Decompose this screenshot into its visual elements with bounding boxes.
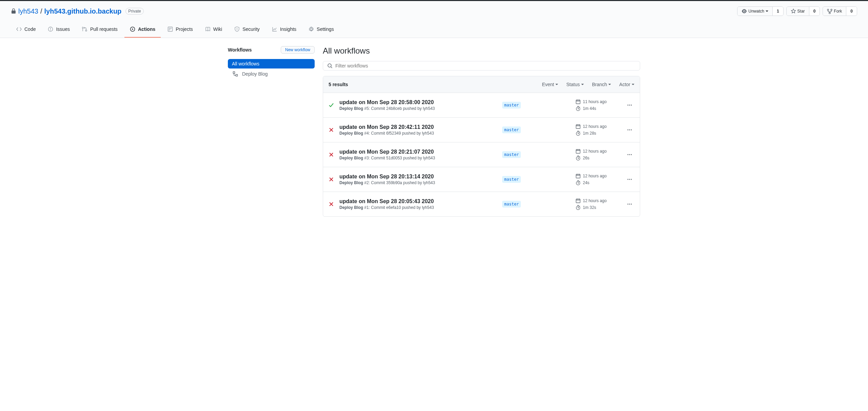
workflow-run-row[interactable]: update on Mon Sep 28 20:13:14 2020 Deplo… <box>323 167 640 192</box>
search-box[interactable] <box>323 61 640 71</box>
stopwatch-icon <box>575 106 581 111</box>
tab-settings[interactable]: Settings <box>303 21 339 38</box>
run-duration: 1m 32s <box>575 204 619 211</box>
fork-label: Fork <box>834 8 842 15</box>
sidebar-workflow-item[interactable]: Deploy Blog <box>228 69 315 79</box>
new-workflow-button[interactable]: New workflow <box>281 46 315 54</box>
status-fail-icon <box>329 177 334 182</box>
status-fail-icon <box>329 127 334 133</box>
star-button[interactable]: Star 0 <box>786 6 820 16</box>
path-separator: / <box>40 7 42 15</box>
lock-icon <box>11 8 16 14</box>
filter-status[interactable]: Status <box>566 82 584 87</box>
caret-down-icon <box>555 84 558 86</box>
run-timestamp: 12 hours ago <box>575 148 619 155</box>
tab-projects[interactable]: Projects <box>162 21 198 38</box>
run-duration: 1m 28s <box>575 130 619 137</box>
run-title[interactable]: update on Mon Sep 28 20:05:43 2020 <box>339 198 497 204</box>
watch-count[interactable]: 1 <box>772 7 783 16</box>
run-menu-button[interactable] <box>625 152 634 157</box>
project-icon <box>167 26 173 32</box>
eye-icon <box>742 8 747 14</box>
run-title[interactable]: update on Mon Sep 28 20:21:07 2020 <box>339 149 497 155</box>
stopwatch-icon <box>575 131 581 136</box>
status-fail-icon <box>329 201 334 207</box>
star-count[interactable]: 0 <box>809 7 820 16</box>
results-count: 5 results <box>329 82 348 87</box>
repo-title: lyh543 / lyh543.github.io.backup Private <box>11 7 144 15</box>
caret-down-icon <box>608 84 611 86</box>
run-timestamp: 11 hours ago <box>575 98 619 105</box>
branch-badge[interactable]: master <box>502 201 521 208</box>
branch-badge[interactable]: master <box>502 126 521 133</box>
sidebar-heading: Workflows <box>228 47 252 53</box>
repo-owner-link[interactable]: lyh543 <box>18 7 38 15</box>
status-success-icon <box>329 102 334 108</box>
branch-badge[interactable]: master <box>502 176 521 183</box>
filter-event[interactable]: Event <box>542 82 558 87</box>
pr-icon <box>82 26 87 32</box>
status-fail-icon <box>329 152 334 157</box>
filter-actor[interactable]: Actor <box>619 82 634 87</box>
run-menu-button[interactable] <box>625 102 634 108</box>
stopwatch-icon <box>575 155 581 161</box>
run-subtitle: Deploy Blog #3: Commit 51d0053 pushed by… <box>339 156 497 160</box>
search-input[interactable] <box>335 63 636 68</box>
run-timestamp: 12 hours ago <box>575 123 619 130</box>
page-title: All workflows <box>323 46 640 56</box>
run-title[interactable]: update on Mon Sep 28 20:58:00 2020 <box>339 99 497 105</box>
watch-button[interactable]: Unwatch 1 <box>737 6 783 16</box>
workflow-run-row[interactable]: update on Mon Sep 28 20:05:43 2020 Deplo… <box>323 192 640 216</box>
filter-branch[interactable]: Branch <box>592 82 611 87</box>
fork-icon <box>827 8 832 14</box>
calendar-icon <box>575 99 581 104</box>
repo-name-link[interactable]: lyh543.github.io.backup <box>44 7 122 15</box>
run-subtitle: Deploy Blog #2: Commit 359b90a pushed by… <box>339 180 497 185</box>
sidebar-workflow-label: Deploy Blog <box>242 71 268 77</box>
tab-code[interactable]: Code <box>11 21 41 38</box>
calendar-icon <box>575 149 581 154</box>
run-timestamp: 12 hours ago <box>575 173 619 179</box>
run-menu-button[interactable] <box>625 177 634 182</box>
run-subtitle: Deploy Blog #1: Commit e6efa10 pushed by… <box>339 205 497 210</box>
run-duration: 1m 44s <box>575 105 619 112</box>
tab-insights[interactable]: Insights <box>267 21 302 38</box>
watch-label: Unwatch <box>748 8 764 15</box>
sidebar-all-workflows[interactable]: All workflows <box>228 59 315 68</box>
run-timestamp: 12 hours ago <box>575 197 619 204</box>
book-icon <box>205 26 211 32</box>
run-menu-button[interactable] <box>625 127 634 133</box>
graph-icon <box>272 26 277 32</box>
tab-issues[interactable]: Issues <box>42 21 75 38</box>
run-title[interactable]: update on Mon Sep 28 20:13:14 2020 <box>339 174 497 180</box>
run-duration: 26s <box>575 155 619 161</box>
fork-count[interactable]: 0 <box>846 7 857 16</box>
workflow-run-row[interactable]: update on Mon Sep 28 20:42:11 2020 Deplo… <box>323 118 640 142</box>
caret-down-icon <box>632 84 634 86</box>
workflow-run-row[interactable]: update on Mon Sep 28 20:21:07 2020 Deplo… <box>323 142 640 167</box>
tab-actions[interactable]: Actions <box>124 21 161 38</box>
tab-pulls[interactable]: Pull requests <box>77 21 123 38</box>
run-title[interactable]: update on Mon Sep 28 20:42:11 2020 <box>339 124 497 130</box>
star-icon <box>791 8 796 14</box>
tab-security[interactable]: Security <box>229 21 265 38</box>
visibility-badge: Private <box>125 8 143 15</box>
run-duration: 24s <box>575 179 619 186</box>
tab-wiki[interactable]: Wiki <box>200 21 228 38</box>
calendar-icon <box>575 198 581 203</box>
calendar-icon <box>575 124 581 129</box>
stopwatch-icon <box>575 180 581 185</box>
calendar-icon <box>575 173 581 179</box>
branch-badge[interactable]: master <box>502 151 521 158</box>
shield-icon <box>234 26 240 32</box>
search-icon <box>327 63 333 68</box>
branch-badge[interactable]: master <box>502 102 521 109</box>
workflow-run-row[interactable]: update on Mon Sep 28 20:58:00 2020 Deplo… <box>323 93 640 118</box>
gear-icon <box>309 26 314 32</box>
issue-icon <box>48 26 53 32</box>
run-menu-button[interactable] <box>625 201 634 207</box>
code-icon <box>16 26 22 32</box>
workflow-icon <box>233 71 238 77</box>
fork-button[interactable]: Fork 0 <box>823 6 857 16</box>
caret-down-icon <box>766 11 768 13</box>
